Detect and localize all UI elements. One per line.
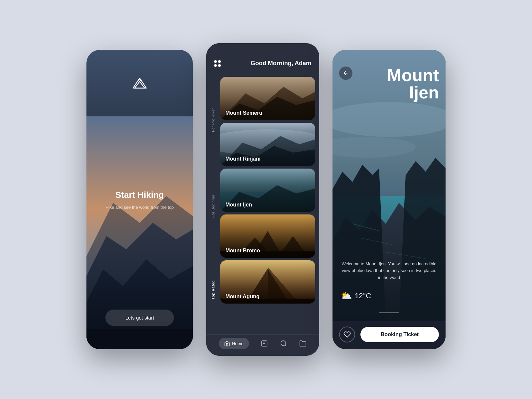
tab-top-rated[interactable]: Top Rated <box>210 276 216 304</box>
nav-search[interactable] <box>280 340 287 347</box>
nav-bookmark[interactable] <box>261 340 268 347</box>
booking-ticket-button[interactable]: Booking Ticket <box>360 327 439 342</box>
folder-icon <box>299 340 307 347</box>
search-icon <box>280 340 287 347</box>
mountain-card-bromo[interactable]: Mount Bromo <box>220 214 315 258</box>
mount-title-line1: Mount Ijen <box>359 66 439 101</box>
mountain-logo-icon <box>130 76 150 90</box>
agung-name: Mount Agung <box>220 290 315 304</box>
tab-pro-hiker[interactable]: For Pro Hiker <box>210 103 216 137</box>
rinjani-name: Mount Rinjani <box>220 152 315 166</box>
phone1-title: Start Hiking <box>105 190 174 200</box>
phone2-body: For Pro Hiker For Beginner Top Rated <box>206 73 319 334</box>
svg-marker-34 <box>399 158 446 321</box>
vertical-tabs: For Pro Hiker For Beginner Top Rated <box>206 73 220 334</box>
phone3-hero: Mount Ijen Welcome to Mount Ijen. You wi… <box>332 50 446 321</box>
phone3-bottom-bar: Booking Ticket <box>332 321 446 349</box>
svg-marker-6 <box>135 81 145 88</box>
ijen-name: Mount Ijen <box>220 198 315 212</box>
phones-container: Start Hiking Hike and see the world from… <box>0 0 532 399</box>
phone1-text-block: Start Hiking Hike and see the world from… <box>105 190 174 211</box>
mountain-card-rinjani[interactable]: Mount Rinjani <box>220 123 315 166</box>
bromo-name: Mount Bromo <box>220 244 315 258</box>
nav-home[interactable]: Home <box>219 338 249 349</box>
phone-mountain-list: Good Morning, Adam For Pro Hiker For Beg… <box>206 43 319 356</box>
bookmark-icon <box>261 340 268 347</box>
phone-start-hiking: Start Hiking Hike and see the world from… <box>86 50 193 349</box>
favorite-button[interactable] <box>339 327 355 342</box>
logo-area <box>130 76 150 91</box>
nav-folder[interactable] <box>299 340 307 347</box>
back-button[interactable] <box>339 66 352 80</box>
start-hiking-button[interactable]: Lets get start <box>105 310 174 326</box>
weather-badge: ⛅ 12°C <box>340 290 371 301</box>
svg-point-27 <box>281 341 286 346</box>
home-label: Home <box>232 341 244 346</box>
phone2-header: Good Morning, Adam <box>206 43 319 73</box>
bottom-nav: Home <box>206 334 319 356</box>
mountain-card-semeru[interactable]: Mount Semeru <box>220 77 315 120</box>
weather-icon: ⛅ <box>340 290 352 301</box>
back-arrow-icon <box>343 70 349 76</box>
mount-ijen-title: Mount Ijen <box>352 66 439 101</box>
phone1-content: Start Hiking Hike and see the world from… <box>96 70 183 332</box>
mountain-list: Mount Semeru <box>220 73 319 334</box>
home-icon <box>224 340 230 346</box>
temperature-text: 12°C <box>355 292 371 300</box>
mount-desc-text: Welcome to Mount Ijen. You will see an i… <box>340 261 438 281</box>
mountain-card-agung[interactable]: Mount Agung <box>220 260 315 304</box>
heart-icon <box>343 331 351 338</box>
mountain-card-ijen[interactable]: Mount Ijen <box>220 169 315 212</box>
semeru-name: Mount Semeru <box>220 106 315 120</box>
scroll-indicator <box>379 312 399 316</box>
mount-description: Welcome to Mount Ijen. You will see an i… <box>332 261 446 281</box>
phone-mount-ijen: Mount Ijen Welcome to Mount Ijen. You wi… <box>332 50 446 349</box>
tab-beginner[interactable]: For Beginner <box>210 190 216 222</box>
phone1-subtitle: Hike and see the world from the top <box>105 204 174 211</box>
greeting-text: Good Morning, Adam <box>251 60 311 67</box>
phone3-header: Mount Ijen <box>332 50 446 108</box>
scroll-line <box>379 312 399 313</box>
dots-menu-icon[interactable] <box>214 60 223 67</box>
